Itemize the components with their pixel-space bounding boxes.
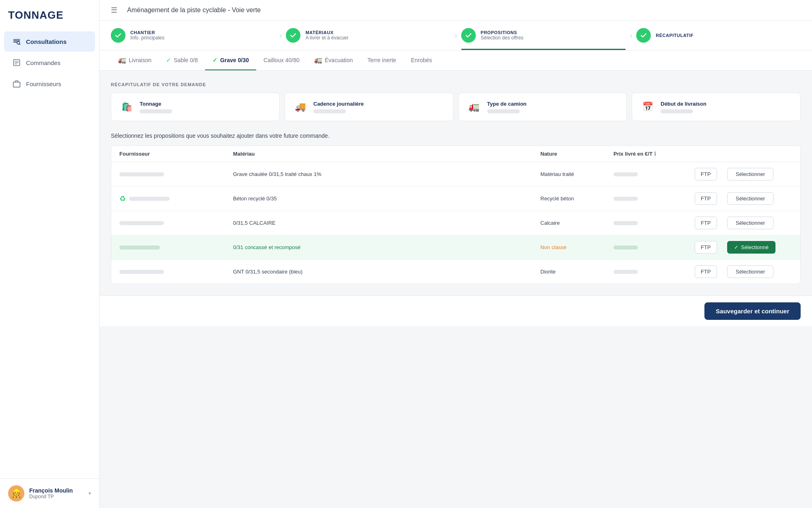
- row5-fournisseur: [119, 270, 233, 274]
- row1-fournisseur: [119, 172, 233, 176]
- step-materiaux-info: MATÉRIAUX A livrer et à évacuer: [305, 30, 348, 41]
- row4-ftp-button[interactable]: FTP: [695, 241, 717, 254]
- step-recapitulatif-label: RÉCAPITULATIF: [656, 33, 693, 38]
- step-materiaux-circle: [286, 28, 300, 43]
- tab-grave[interactable]: ✓ Grave 0/30: [205, 51, 256, 70]
- step-recapitulatif[interactable]: RÉCAPITULATIF: [636, 28, 801, 43]
- tab-cailloux-label: Cailloux 40/80: [263, 57, 300, 63]
- row2-fournisseur: ♻: [119, 194, 233, 203]
- step-propositions-sublabel: Sélection des offres: [481, 35, 523, 41]
- row1-ftp-cell: FTP: [695, 168, 727, 180]
- row4-materiau: 0/31 concassé et recomposé: [233, 244, 540, 250]
- step-materiaux-label: MATÉRIAUX: [305, 30, 348, 35]
- user-profile[interactable]: 👷 François Moulin Dupond TP ▾: [0, 478, 99, 508]
- row1-materiau: Grave chaulée 0/31,5 traité chaux 1%: [233, 171, 540, 177]
- row4-nature: Non classé: [540, 244, 613, 250]
- tab-cailloux[interactable]: Cailloux 40/80: [256, 51, 307, 70]
- row4-selected-button[interactable]: ✓ Sélectionné: [727, 241, 775, 254]
- row2-ftp-button[interactable]: FTP: [695, 192, 717, 205]
- livraison-truck-icon: 🚛: [118, 56, 126, 64]
- row1-fournisseur-blur: [119, 172, 164, 176]
- sidebar-item-commandes[interactable]: Commandes: [4, 52, 95, 73]
- row5-ftp-cell: FTP: [695, 265, 727, 278]
- step-propositions[interactable]: PROPOSITIONS Sélection des offres: [461, 28, 626, 43]
- th-fournisseur: Fournisseur: [119, 151, 233, 157]
- row1-select-button[interactable]: Sélectionner: [727, 168, 773, 180]
- th-ftp: [695, 151, 727, 157]
- table-row: ♻ Béton recyclé 0/35 Recyclé béton FTP S…: [111, 187, 800, 211]
- sidebar-item-fournisseurs[interactable]: Fournisseurs: [4, 74, 95, 94]
- row5-materiau: GNT 0/31,5 secondaire (bleu): [233, 269, 540, 275]
- consultations-icon: [12, 37, 21, 46]
- tab-sable[interactable]: ✓ Sable 0/8: [159, 51, 205, 70]
- row3-prix-blur: [613, 221, 638, 225]
- row3-materiau: 0/31,5 CALCAIRE: [233, 220, 540, 226]
- tab-terre[interactable]: Terre inerte: [360, 51, 404, 70]
- row4-prix: [613, 245, 695, 250]
- step-materiaux-sublabel: A livrer et à évacuer: [305, 35, 348, 41]
- row2-materiau: Béton recyclé 0/35: [233, 195, 540, 202]
- step-chantier-label: CHANTIER: [130, 30, 164, 35]
- commandes-icon: [12, 58, 21, 67]
- info-icon: ℹ: [654, 151, 656, 157]
- save-continue-button[interactable]: Sauvegarder et continuer: [704, 302, 801, 320]
- proposals-table: Fournisseur Matériau Nature Prix livré e…: [111, 145, 801, 284]
- row3-ftp-button[interactable]: FTP: [695, 217, 717, 229]
- sidebar-item-fournisseurs-label: Fournisseurs: [26, 80, 61, 87]
- row2-action-cell: Sélectionner: [727, 192, 792, 205]
- row4-ftp-cell: FTP: [695, 241, 727, 254]
- checkmark-icon: ✓: [734, 244, 739, 250]
- type-camion-value: [487, 109, 520, 113]
- step-chantier[interactable]: CHANTIER Info. principales: [111, 28, 275, 43]
- th-nature: Nature: [540, 151, 613, 157]
- hamburger-menu-icon[interactable]: ☰: [111, 6, 117, 15]
- row3-select-button[interactable]: Sélectionner: [727, 217, 773, 229]
- row2-nature: Recyclé béton: [540, 195, 613, 202]
- step-active-underline: [461, 49, 626, 50]
- row3-ftp-cell: FTP: [695, 217, 727, 229]
- row3-fournisseur: [119, 221, 233, 225]
- step-arrow-2: ›: [454, 31, 457, 40]
- row5-prix-blur: [613, 270, 638, 274]
- grave-check-icon: ✓: [212, 56, 218, 64]
- step-materiaux[interactable]: MATÉRIAUX A livrer et à évacuer: [286, 28, 450, 43]
- tab-livraison[interactable]: 🚛 Livraison: [111, 50, 159, 70]
- row1-prix: [613, 172, 695, 176]
- table-row-selected: 0/31 concassé et recomposé Non classé FT…: [111, 235, 800, 260]
- tab-livraison-label: Livraison: [129, 57, 151, 63]
- tab-evacuation[interactable]: 🚛 Évacuation: [307, 50, 360, 70]
- row5-prix: [613, 270, 695, 274]
- row4-fournisseur-blur: [119, 245, 160, 250]
- type-camion-title: Type de camion: [487, 101, 527, 107]
- row2-select-button[interactable]: Sélectionner: [727, 192, 773, 205]
- th-prix: Prix livré en €/T ℹ: [613, 151, 695, 157]
- table-row: Grave chaulée 0/31,5 traité chaux 1% Mat…: [111, 162, 800, 187]
- step-recapitulatif-info: RÉCAPITULATIF: [656, 33, 693, 38]
- stepper: CHANTIER Info. principales › MATÉRIAUX A…: [99, 21, 812, 50]
- sidebar: TONNAGE Consultations Commandes: [0, 0, 99, 508]
- type-camion-icon: 🚛: [467, 100, 482, 114]
- row4-action-cell: ✓ Sélectionné: [727, 241, 792, 254]
- table-row: 0/31,5 CALCAIRE Calcaire FTP Sélectionne…: [111, 211, 800, 235]
- row1-ftp-button[interactable]: FTP: [695, 168, 717, 180]
- tab-enrobes[interactable]: Enrobés: [404, 51, 439, 70]
- app-logo: TONNAGE: [0, 0, 99, 30]
- row2-prix-blur: [613, 197, 638, 201]
- project-title: Aménagement de la piste cyclable - Voie …: [127, 7, 261, 14]
- th-materiau: Matériau: [233, 151, 540, 157]
- row5-select-button[interactable]: Sélectionner: [727, 265, 773, 278]
- step-arrow-1: ›: [279, 31, 282, 40]
- row5-ftp-button[interactable]: FTP: [695, 265, 717, 278]
- row1-nature: Matériau traité: [540, 171, 613, 177]
- row1-action-cell: Sélectionner: [727, 168, 792, 180]
- avatar: 👷: [8, 485, 24, 501]
- step-propositions-label: PROPOSITIONS: [481, 30, 523, 35]
- tonnage-value: [140, 109, 172, 113]
- sidebar-item-consultations[interactable]: Consultations: [4, 31, 95, 52]
- debut-livraison-value: [661, 109, 693, 113]
- step-arrow-3: ›: [630, 31, 633, 40]
- tab-terre-label: Terre inerte: [367, 57, 396, 63]
- row5-action-cell: Sélectionner: [727, 265, 792, 278]
- cadence-info: Cadence journalière: [313, 101, 364, 113]
- tab-evacuation-label: Évacuation: [325, 57, 353, 63]
